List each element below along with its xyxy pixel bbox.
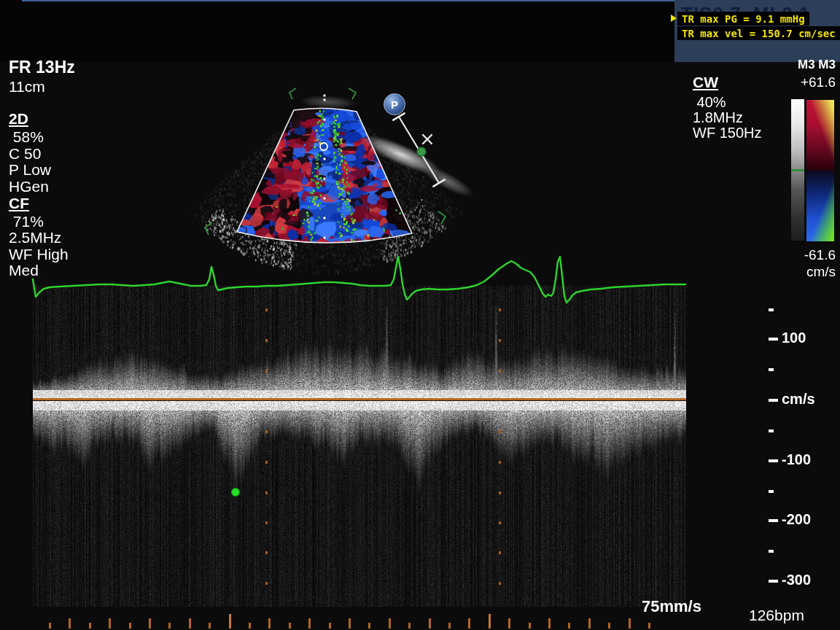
persist-readout: P Low (9, 162, 51, 177)
time-ruler-tick (568, 623, 570, 629)
time-ruler-tick (129, 623, 131, 629)
time-ruler-tick (648, 623, 650, 629)
time-ruler-tick (588, 618, 591, 629)
hgen-readout: HGen (9, 179, 49, 194)
scale-tick (769, 580, 778, 583)
gain-cw-readout: 40% (693, 95, 726, 109)
time-ruler-tick (489, 614, 491, 629)
time-ruler-tick (368, 623, 370, 629)
time-ruler-tick (209, 623, 211, 629)
time-ruler-tick (389, 618, 391, 629)
color-doppler-bar-positive (806, 100, 834, 171)
colorbar-unit-label: cm/s (806, 264, 836, 280)
measurement-pointer-icon (671, 15, 677, 22)
depth-readout: 11cm (9, 79, 45, 94)
time-ruler-tick (89, 623, 91, 629)
mode-2d-label: 2D (9, 111, 28, 126)
grayscale-bar-marker (791, 169, 804, 171)
time-ruler-tick (229, 614, 231, 629)
colorbar-min-label: -61.6 (804, 247, 836, 263)
time-ruler-tick (608, 623, 610, 629)
time-ruler-tick (329, 623, 331, 629)
time-ruler-tick (109, 618, 111, 629)
time-ruler-tick (429, 618, 431, 629)
probe-orientation-marker: P (384, 93, 405, 115)
measurement-result-tr-max-pg: TR max PG = 9.1 mmHg (677, 12, 809, 26)
time-ruler-tick (69, 618, 71, 629)
time-ruler-tick (268, 618, 271, 629)
freq-cf-readout: 2.5MHz (9, 230, 61, 245)
scale-tick-label: 100 (782, 330, 806, 346)
gain-2d-readout: 58% (9, 129, 44, 144)
scale-tick (769, 429, 774, 432)
scale-tick (769, 519, 778, 522)
measurement-result-tr-max-vel: TR max vel = 150.7 cm/sec (677, 26, 840, 40)
time-ruler-tick (289, 623, 291, 629)
frame-rate-readout: FR 13Hz (9, 60, 75, 75)
scale-tick (769, 338, 778, 341)
freq-cw-readout: 1.8MHz (693, 110, 743, 125)
colorbar-max-label: +61.6 (801, 74, 836, 90)
scale-tick-label: -300 (782, 572, 811, 588)
time-ruler-tick (189, 618, 191, 629)
scale-tick (769, 308, 774, 311)
med-readout: Med (9, 262, 39, 278)
wallfilter-cw-readout: WF 150Hz (693, 125, 761, 140)
scale-tick-label: -200 (782, 511, 811, 528)
time-ruler-tick (149, 618, 151, 629)
mode-cw-label: CW (693, 75, 718, 90)
scale-tick-label: -100 (782, 451, 811, 468)
time-ruler-tick (548, 618, 551, 629)
heart-rate-label: 126bpm (749, 607, 804, 624)
scale-tick (769, 490, 774, 493)
sweep-speed-label: 75mm/s (642, 597, 701, 616)
cw-spectral-doppler-strip (33, 286, 686, 607)
scale-tick (769, 459, 778, 462)
scale-tick (769, 368, 774, 371)
scale-tick-label: cm/s (782, 391, 815, 408)
time-ruler-tick (629, 618, 631, 629)
wallfilter-cf-readout: WF High (9, 246, 69, 262)
time-ruler-tick (508, 618, 510, 629)
scale-tick (769, 399, 778, 402)
probe-marker-letter: P (391, 98, 398, 111)
time-ruler-tick (168, 623, 171, 629)
gain-cf-readout: 71% (9, 214, 44, 229)
time-ruler-tick (408, 623, 411, 629)
compress-readout: C 50 (9, 146, 41, 161)
time-ruler-tick (529, 623, 531, 629)
time-ruler-tick (49, 623, 51, 629)
mode-cf-label: CF (9, 195, 29, 211)
scale-tick (769, 550, 774, 553)
time-ruler-tick (349, 618, 351, 629)
map-setting-readout: M3 M3 (798, 58, 836, 72)
2d-color-doppler-image (191, 67, 483, 279)
time-ruler-tick (448, 623, 451, 629)
color-doppler-bar-negative (806, 171, 834, 241)
time-ruler-tick (468, 618, 470, 629)
time-ruler-tick (308, 618, 311, 629)
time-ruler-tick (249, 623, 251, 629)
